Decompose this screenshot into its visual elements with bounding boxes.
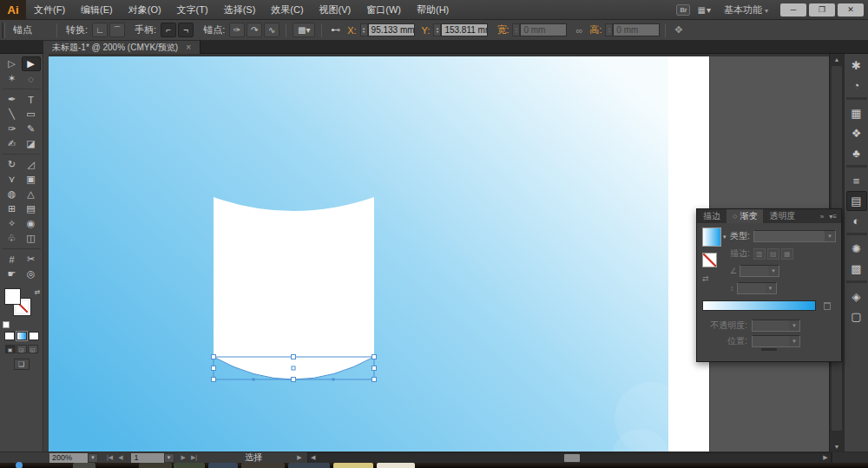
rectangle-tool[interactable]: ▭ [22,107,41,122]
panel-appearance[interactable]: ✺ [846,239,867,259]
next-artboard-button[interactable]: ▶ [181,454,186,461]
menu-window[interactable]: 窗口(W) [358,0,409,20]
horizontal-scrollbar[interactable]: ◀ ▶ [307,452,832,464]
rotate-tool[interactable]: ↻ [3,157,22,172]
gradient-button[interactable] [16,332,27,340]
status-menu-icon[interactable]: ▶ [297,454,301,461]
draw-inside-button[interactable]: ◱ [28,345,38,353]
panel-brushes[interactable]: ❖ [846,123,867,143]
minimize-button[interactable]: ─ [780,3,806,16]
selection-handle-nw[interactable] [212,355,216,359]
artboard-dropdown-icon[interactable]: ▼ [164,453,174,463]
color-button[interactable] [4,332,15,340]
pencil-tool[interactable]: ✎ [22,122,41,136]
menu-edit[interactable]: 编辑(E) [73,0,121,20]
selection-handle-s[interactable] [292,378,296,382]
panel-swatches[interactable]: ▦ [846,103,867,123]
perspective-grid-tool[interactable]: △ [22,187,41,201]
restore-button[interactable]: ❐ [809,3,835,16]
menu-view[interactable]: 视图(V) [312,0,359,20]
fill-swatch[interactable] [4,288,21,305]
draw-normal-button[interactable]: ▣ [5,345,16,353]
anchor-point[interactable] [332,379,335,381]
transform-icon[interactable]: ✥ [674,24,682,36]
workspace-selector[interactable]: 基本功能 ▾ [724,3,768,16]
panel-symbols[interactable]: ♣ [846,143,867,163]
scale-tool[interactable]: ◿ [22,157,41,172]
x-stepper[interactable]: ▲▼ [360,23,368,36]
tab-stroke[interactable]: 描边 [697,209,727,223]
selection-handle-sw[interactable] [212,378,216,382]
panel-artboards[interactable]: ▢ [846,307,867,326]
panel-resize-grip[interactable] [761,348,777,351]
mesh-tool[interactable]: ⊞ [3,201,22,216]
taskbar-app-2[interactable] [174,463,205,468]
taskbar-app-5[interactable] [288,463,330,468]
gradient-swatch-caret-icon[interactable]: ▾ [723,234,727,241]
tab-gradient[interactable]: ◇ 渐变 [727,209,763,223]
y-stepper[interactable]: ▲▼ [433,23,441,36]
pen-tool[interactable]: ✒ [3,92,22,107]
isolate-icon[interactable]: ⊷ [331,24,340,36]
close-tab-icon[interactable]: × [186,43,191,52]
type-tool[interactable]: T [22,92,41,107]
symbol-sprayer-tool[interactable]: ♧ [3,231,22,246]
panel-color[interactable]: ✱ [846,56,867,76]
reverse-gradient-icon[interactable]: ⇄ [702,274,709,283]
last-artboard-button[interactable]: ▶| [191,454,197,461]
taskbar-app-4[interactable] [241,463,285,468]
first-artboard-button[interactable]: |◀ [107,454,113,461]
horizontal-scroll-thumb[interactable] [564,454,580,462]
taskbar-app-3[interactable] [208,463,238,468]
taskbar-app-7[interactable] [377,463,415,468]
blend-tool[interactable]: ◉ [22,216,41,231]
line-segment-tool[interactable]: ╲ [3,107,22,122]
selection-handle-n[interactable] [292,355,296,359]
screen-mode-button[interactable]: ❏ [14,359,30,370]
selection-handle-se[interactable] [372,378,377,382]
gradient-stroke-none-swatch[interactable] [702,253,717,267]
remove-anchor-button[interactable]: ✑ [229,23,245,37]
default-fill-stroke-icon[interactable] [3,321,10,328]
menu-select[interactable]: 选择(S) [216,0,264,20]
none-button[interactable] [29,332,39,340]
document-tab[interactable]: 未标题-1* @ 200% (CMYK/预览) × [43,41,201,54]
taskbar-app-1[interactable] [139,463,172,468]
convert-to-smooth-button[interactable]: ⌒ [109,23,125,37]
control-bar-grip[interactable] [2,23,5,38]
lasso-tool[interactable]: ◌ [22,71,41,86]
taskbar-app-6[interactable] [333,463,373,468]
shape-builder-tool[interactable]: ◍ [3,187,22,201]
hide-handles-button[interactable]: ¬ [178,23,194,37]
link-dimensions-icon[interactable]: ∞ [575,25,582,36]
width-tool[interactable]: ⋎ [3,172,22,187]
start-button[interactable] [16,462,23,468]
workspace-switcher-icon[interactable]: ▦▾ [697,5,711,15]
y-field[interactable]: 153.811 mm [441,23,488,36]
selection-handle-ne[interactable] [372,355,377,359]
gradient-fill-swatch[interactable] [702,227,721,247]
free-transform-tool[interactable]: ▣ [22,172,41,187]
gradient-tool[interactable]: ▤ [22,201,41,216]
convert-to-corner-button[interactable]: ∟ [92,23,108,37]
selection-handle-w[interactable] [212,366,216,371]
artboard-number-field[interactable]: 1 [131,453,164,463]
connect-path-button[interactable]: ↷ [247,23,262,37]
style-dropdown-button[interactable]: ▩▾ [293,23,315,37]
zoom-level-field[interactable]: 200% [49,453,88,463]
previous-artboard-button[interactable]: ◀ [118,454,122,461]
tab-transparency[interactable]: 透明度 [763,209,801,223]
menu-type[interactable]: 文字(T) [169,0,216,20]
panel-gradient[interactable]: ▤ [846,191,867,211]
cut-path-button[interactable]: ∿ [264,23,279,37]
scroll-down-icon[interactable]: ▼ [830,441,844,452]
scroll-right-icon[interactable]: ▶ [820,453,831,463]
x-field[interactable]: 95.133 mm [368,23,415,36]
scroll-up-icon[interactable]: ▲ [830,54,844,64]
panel-transparency[interactable]: ◐ [846,211,867,231]
artboard-tool[interactable]: # [3,252,22,267]
blob-brush-tool[interactable]: ✍ [3,136,22,151]
eyedropper-tool[interactable]: ✧ [3,216,22,231]
menu-file[interactable]: 文件(F) [26,0,73,20]
zoom-dropdown-icon[interactable]: ▼ [88,453,98,463]
